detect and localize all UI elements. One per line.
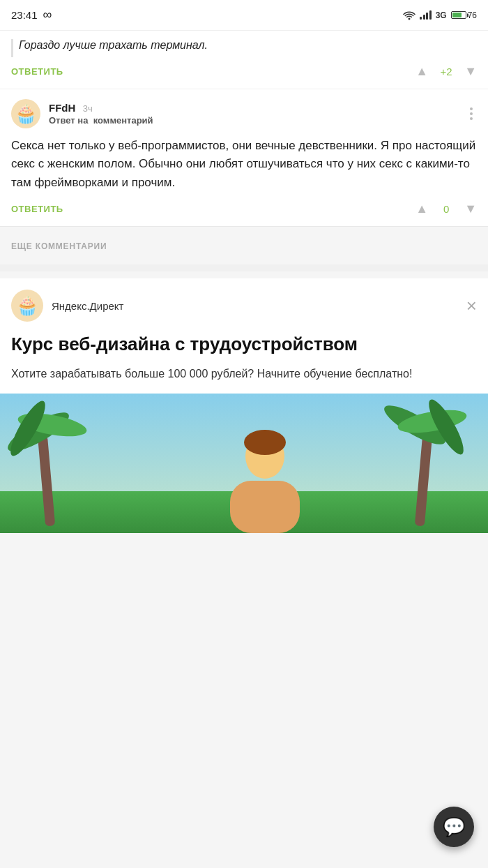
svg-point-12 xyxy=(244,430,286,455)
vote-count-top: +2 xyxy=(438,66,455,77)
vote-down-icon-ffdh[interactable]: ▼ xyxy=(464,202,477,216)
ad-avatar-emoji: 🧁 xyxy=(16,295,38,317)
partial-comment: Гораздо лучше трахать терминал. xyxy=(0,31,488,57)
comment-body-ffdh: Секса нет только у веб-программистов, он… xyxy=(11,133,477,202)
vote-count-ffdh: 0 xyxy=(438,203,455,215)
wifi-icon xyxy=(403,10,415,20)
chat-fab-icon: 💬 xyxy=(443,816,465,838)
ad-description: Хотите зарабатывать больше 100 000 рубле… xyxy=(11,366,477,382)
time-display: 23:41 xyxy=(11,9,38,21)
comment-username-line: FFdH 3ч xyxy=(49,102,153,114)
partial-comment-text: Гораздо лучше трахать терминал. xyxy=(11,39,477,57)
section-divider xyxy=(0,264,488,271)
palm-tree-decoration xyxy=(0,394,488,533)
status-bar: 23:41 ∞ 3G 76 xyxy=(0,0,488,31)
comment-block-ffdh: 🧁 FFdH 3ч Ответ на комментарий xyxy=(0,89,488,226)
reply-button-top[interactable]: ОТВЕТИТЬ xyxy=(11,66,63,77)
more-comments-label: ЕЩЕ КОММЕНТАРИИ xyxy=(11,241,107,251)
ad-avatar: 🧁 xyxy=(11,290,43,322)
ad-close-button[interactable]: × xyxy=(466,297,477,315)
more-comments-section[interactable]: ЕЩЕ КОММЕНТАРИИ xyxy=(0,226,488,264)
reply-row-top: ОТВЕТИТЬ ▲ +2 ▼ xyxy=(0,57,488,89)
chat-fab-button[interactable]: 💬 xyxy=(434,807,474,847)
content-area: Гораздо лучше трахать терминал. ОТВЕТИТЬ… xyxy=(0,31,488,226)
battery-percent: 76 xyxy=(468,10,477,20)
ad-image-area xyxy=(0,394,488,533)
ad-header-left: 🧁 Яндекс.Директ xyxy=(11,290,123,322)
vote-down-icon-top[interactable]: ▼ xyxy=(464,64,477,79)
ad-title: Курс веб-дизайна с трудоустройством xyxy=(11,333,477,356)
comment-header-ffdh: 🧁 FFdH 3ч Ответ на комментарий xyxy=(11,89,477,133)
avatar-emoji: 🧁 xyxy=(15,103,37,125)
reply-to-line: Ответ на комментарий xyxy=(49,115,153,126)
infinity-icon: ∞ xyxy=(43,8,52,22)
more-options-button[interactable] xyxy=(466,105,477,123)
comment-header-left: 🧁 FFdH 3ч Ответ на комментарий xyxy=(11,99,153,128)
ad-source-label: Яндекс.Директ xyxy=(52,300,123,312)
signal-bars-icon xyxy=(420,10,432,20)
comment-meta: FFdH 3ч Ответ на комментарий xyxy=(49,102,153,126)
svg-rect-11 xyxy=(230,481,300,533)
reply-row-ffdh: ОТВЕТИТЬ ▲ 0 ▼ xyxy=(11,202,477,226)
time-ago-ffdh: 3ч xyxy=(83,103,93,114)
status-left: 23:41 ∞ xyxy=(11,8,52,22)
vote-up-icon-top[interactable]: ▲ xyxy=(415,64,428,79)
vote-up-icon-ffdh[interactable]: ▲ xyxy=(415,202,428,216)
network-type: 3G xyxy=(436,10,447,20)
ad-header: 🧁 Яндекс.Директ × xyxy=(11,290,477,322)
avatar-ffdh: 🧁 xyxy=(11,99,40,128)
ad-section: 🧁 Яндекс.Директ × Курс веб-дизайна с тру… xyxy=(0,278,488,394)
status-right: 3G 76 xyxy=(403,10,477,20)
username-ffdh: FFdH xyxy=(49,102,75,114)
battery-indicator: 76 xyxy=(451,10,477,20)
vote-group-ffdh: ▲ 0 ▼ xyxy=(415,202,477,216)
reply-button-ffdh[interactable]: ОТВЕТИТЬ xyxy=(11,204,63,214)
vote-group-top: ▲ +2 ▼ xyxy=(415,64,477,79)
